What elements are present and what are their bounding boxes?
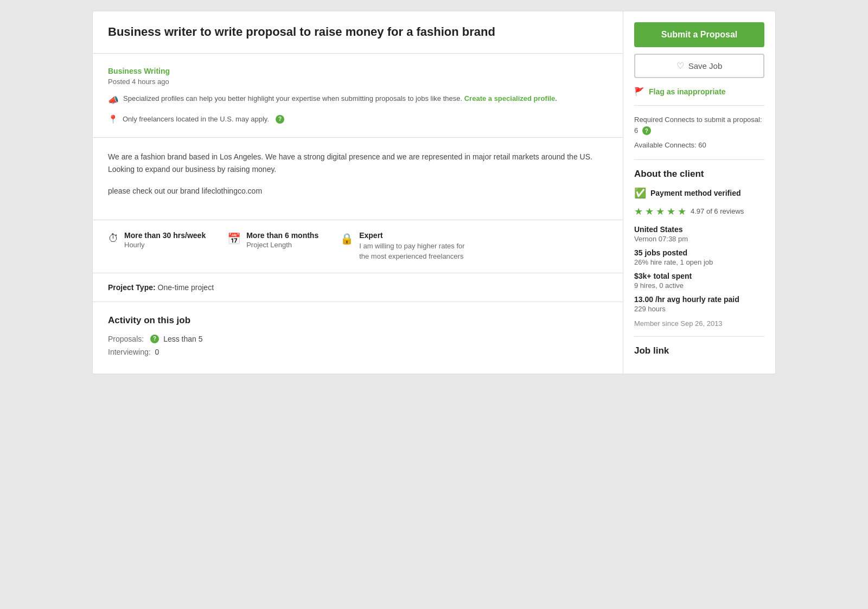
location-icon: 📍 xyxy=(108,114,118,124)
create-profile-link[interactable]: Create a specialized profile. xyxy=(464,94,557,102)
experience-detail: 🔒 Expert I am willing to pay higher rate… xyxy=(340,231,468,262)
required-connects: Required Connects to submit a proposal: … xyxy=(634,114,764,136)
description-paragraph1: We are a fashion brand based in Los Ange… xyxy=(108,151,608,177)
location-notice: 📍 Only freelancers located in the U.S. m… xyxy=(108,114,608,124)
client-total-spent: $3k+ total spent 9 hires, 0 active xyxy=(634,272,764,290)
project-type-label: Project Type: xyxy=(108,283,156,292)
save-job-button[interactable]: ♡ Save Job xyxy=(634,54,764,78)
interviewing-row: Interviewing: 0 xyxy=(108,348,608,356)
hours-sub: Hourly xyxy=(124,241,206,249)
proposals-row: Proposals: ? Less than 5 xyxy=(108,335,608,343)
rating-text: 4.97 of 6 reviews xyxy=(691,207,744,215)
star-5-icon: ★ xyxy=(678,206,686,217)
sidebar-divider-2 xyxy=(634,159,764,160)
location-help-icon[interactable]: ? xyxy=(276,115,284,124)
member-since: Member since Sep 26, 2013 xyxy=(634,319,764,328)
experience-desc: I am willing to pay higher rates for the… xyxy=(359,241,468,262)
expert-icon: 🔒 xyxy=(340,232,354,245)
client-location: United States Vernon 07:38 pm xyxy=(634,225,764,243)
notice-text: Specialized profiles can help you better… xyxy=(123,93,557,104)
meta-section: Business Writing Posted 4 hours ago 📣 Sp… xyxy=(93,54,623,138)
duration-label: More than 6 months xyxy=(246,231,318,240)
stars-row: ★ ★ ★ ★ ★ 4.97 of 6 reviews xyxy=(634,206,764,217)
flag-icon: 🚩 xyxy=(634,87,644,97)
hours-label: More than 30 hrs/week xyxy=(124,231,206,240)
description-paragraph2: please check out our brand lifeclothingc… xyxy=(108,185,608,198)
proposals-help-icon[interactable]: ? xyxy=(150,335,159,343)
connects-help-icon[interactable]: ? xyxy=(642,126,651,135)
payment-verified: ✅ Payment method verified xyxy=(634,187,764,199)
duration-sub: Project Length xyxy=(246,241,318,249)
star-3-icon: ★ xyxy=(656,206,665,217)
star-2-icon: ★ xyxy=(645,206,654,217)
submit-proposal-button[interactable]: Submit a Proposal xyxy=(634,22,764,47)
description-section: We are a fashion brand based in Los Ange… xyxy=(93,138,623,220)
job-link-title: Job link xyxy=(634,336,764,356)
interviewing-value: 0 xyxy=(155,348,159,356)
heart-icon: ♡ xyxy=(676,61,684,71)
clock-icon: ⏱ xyxy=(108,232,119,245)
hours-detail: ⏱ More than 30 hrs/week Hourly xyxy=(108,231,206,249)
available-connects: Available Connects: 60 xyxy=(634,140,764,151)
posted-time: Posted 4 hours ago xyxy=(108,78,608,86)
about-client-title: About the client xyxy=(634,169,764,180)
star-1-icon: ★ xyxy=(634,206,643,217)
job-title: Business writer to write proposal to rai… xyxy=(108,24,608,40)
flag-as-inappropriate-link[interactable]: 🚩 Flag as inappropriate xyxy=(634,87,764,97)
project-type-value: One-time project xyxy=(158,283,214,292)
megaphone-icon: 📣 xyxy=(108,94,119,107)
verified-checkmark-icon: ✅ xyxy=(634,187,646,199)
sidebar-divider-1 xyxy=(634,105,764,106)
category-link[interactable]: Business Writing xyxy=(108,67,170,75)
calendar-icon: 📅 xyxy=(227,232,241,245)
sidebar: Submit a Proposal ♡ Save Job 🚩 Flag as i… xyxy=(623,11,775,367)
experience-label: Expert xyxy=(359,231,468,240)
proposals-value: Less than 5 xyxy=(163,335,202,343)
interviewing-label: Interviewing: xyxy=(108,348,151,356)
details-row: ⏱ More than 30 hrs/week Hourly 📅 More th… xyxy=(93,220,623,273)
activity-section: Activity on this job Proposals: ? Less t… xyxy=(93,302,623,374)
title-section: Business writer to write proposal to rai… xyxy=(93,11,623,54)
client-jobs-posted: 35 jobs posted 26% hire rate, 1 open job xyxy=(634,248,764,266)
duration-detail: 📅 More than 6 months Project Length xyxy=(227,231,318,249)
notice-box: 📣 Specialized profiles can help you bett… xyxy=(108,93,608,107)
client-avg-hourly: 13.00 /hr avg hourly rate paid 229 hours xyxy=(634,295,764,313)
activity-title: Activity on this job xyxy=(108,315,608,326)
star-4-icon: ★ xyxy=(667,206,675,217)
proposals-label: Proposals: xyxy=(108,335,144,343)
project-type-section: Project Type: One-time project xyxy=(93,273,623,302)
